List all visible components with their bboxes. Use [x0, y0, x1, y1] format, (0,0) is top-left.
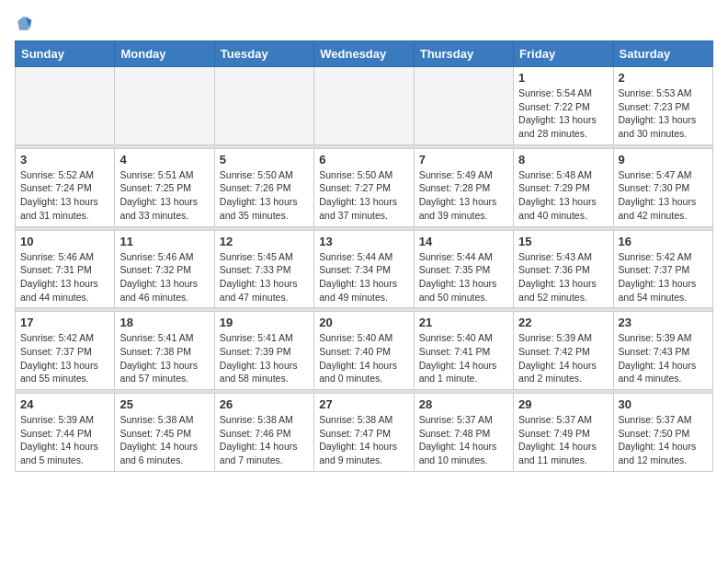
- day-number: 1: [518, 71, 608, 85]
- day-info: Sunrise: 5:38 AMSunset: 7:46 PMDaylight:…: [220, 413, 309, 467]
- logo-icon: [15, 15, 33, 33]
- calendar-cell: 29Sunrise: 5:37 AMSunset: 7:49 PMDayligh…: [514, 394, 613, 472]
- day-info: Sunrise: 5:42 AMSunset: 7:37 PMDaylight:…: [20, 331, 109, 385]
- calendar-cell: [414, 67, 513, 145]
- day-number: 7: [419, 153, 508, 167]
- calendar-cell: 28Sunrise: 5:37 AMSunset: 7:48 PMDayligh…: [414, 394, 513, 472]
- day-info: Sunrise: 5:47 AMSunset: 7:30 PMDaylight:…: [619, 168, 708, 223]
- day-info: Sunrise: 5:41 AMSunset: 7:38 PMDaylight:…: [119, 331, 209, 385]
- calendar-cell: 7Sunrise: 5:49 AMSunset: 7:28 PMDaylight…: [414, 148, 513, 226]
- weekday-header-wednesday: Wednesday: [314, 41, 414, 67]
- day-info: Sunrise: 5:54 AMSunset: 7:22 PMDaylight:…: [518, 86, 608, 141]
- day-number: 28: [419, 397, 508, 411]
- day-number: 29: [518, 397, 608, 411]
- day-number: 13: [319, 235, 408, 248]
- day-number: 24: [20, 397, 109, 411]
- day-number: 17: [20, 316, 109, 329]
- day-number: 4: [119, 153, 209, 167]
- calendar-cell: 21Sunrise: 5:40 AMSunset: 7:41 PMDayligh…: [414, 312, 513, 390]
- day-number: 12: [220, 235, 309, 248]
- day-info: Sunrise: 5:39 AMSunset: 7:44 PMDaylight:…: [20, 413, 109, 467]
- day-number: 16: [619, 235, 708, 248]
- calendar-cell: 17Sunrise: 5:42 AMSunset: 7:37 PMDayligh…: [16, 312, 115, 390]
- day-info: Sunrise: 5:40 AMSunset: 7:40 PMDaylight:…: [319, 331, 408, 385]
- day-number: 18: [119, 316, 209, 329]
- calendar-cell: [115, 67, 214, 145]
- calendar-cell: 4Sunrise: 5:51 AMSunset: 7:25 PMDaylight…: [115, 148, 214, 226]
- calendar-cell: 1Sunrise: 5:54 AMSunset: 7:22 PMDaylight…: [514, 67, 613, 145]
- calendar-row: 10Sunrise: 5:46 AMSunset: 7:31 PMDayligh…: [16, 230, 713, 308]
- day-info: Sunrise: 5:39 AMSunset: 7:42 PMDaylight:…: [518, 331, 608, 385]
- calendar-cell: 11Sunrise: 5:46 AMSunset: 7:32 PMDayligh…: [115, 230, 214, 308]
- calendar-row: 3Sunrise: 5:52 AMSunset: 7:24 PMDaylight…: [16, 148, 713, 226]
- calendar-cell: 14Sunrise: 5:44 AMSunset: 7:35 PMDayligh…: [414, 230, 513, 308]
- day-number: 27: [319, 397, 408, 411]
- calendar-cell: 16Sunrise: 5:42 AMSunset: 7:37 PMDayligh…: [613, 230, 712, 308]
- weekday-header-friday: Friday: [514, 41, 613, 67]
- day-info: Sunrise: 5:38 AMSunset: 7:45 PMDaylight:…: [119, 413, 209, 467]
- calendar-row: 1Sunrise: 5:54 AMSunset: 7:22 PMDaylight…: [16, 67, 713, 145]
- header: [15, 15, 713, 33]
- calendar-cell: 15Sunrise: 5:43 AMSunset: 7:36 PMDayligh…: [514, 230, 613, 308]
- calendar-cell: 10Sunrise: 5:46 AMSunset: 7:31 PMDayligh…: [16, 230, 115, 308]
- day-info: Sunrise: 5:39 AMSunset: 7:43 PMDaylight:…: [619, 331, 708, 385]
- calendar-cell: 6Sunrise: 5:50 AMSunset: 7:27 PMDaylight…: [314, 148, 414, 226]
- calendar-cell: 26Sunrise: 5:38 AMSunset: 7:46 PMDayligh…: [214, 394, 313, 472]
- day-number: 19: [220, 316, 309, 329]
- day-number: 14: [419, 235, 508, 248]
- day-info: Sunrise: 5:53 AMSunset: 7:23 PMDaylight:…: [619, 86, 708, 141]
- calendar-cell: 24Sunrise: 5:39 AMSunset: 7:44 PMDayligh…: [16, 394, 115, 472]
- calendar-row: 17Sunrise: 5:42 AMSunset: 7:37 PMDayligh…: [16, 312, 713, 390]
- day-info: Sunrise: 5:41 AMSunset: 7:39 PMDaylight:…: [220, 331, 309, 385]
- calendar-row: 24Sunrise: 5:39 AMSunset: 7:44 PMDayligh…: [16, 394, 713, 472]
- day-number: 9: [619, 153, 708, 167]
- day-number: 3: [20, 153, 109, 167]
- day-info: Sunrise: 5:37 AMSunset: 7:48 PMDaylight:…: [419, 413, 508, 467]
- weekday-header-saturday: Saturday: [613, 41, 712, 67]
- day-number: 25: [119, 397, 209, 411]
- day-number: 15: [518, 235, 608, 248]
- weekday-header-thursday: Thursday: [414, 41, 513, 67]
- day-info: Sunrise: 5:44 AMSunset: 7:34 PMDaylight:…: [319, 250, 408, 304]
- day-number: 23: [619, 316, 708, 329]
- day-number: 22: [518, 316, 608, 329]
- day-number: 5: [220, 153, 309, 167]
- calendar-cell: 5Sunrise: 5:50 AMSunset: 7:26 PMDaylight…: [214, 148, 313, 226]
- day-info: Sunrise: 5:51 AMSunset: 7:25 PMDaylight:…: [119, 168, 209, 223]
- day-number: 21: [419, 316, 508, 329]
- calendar-cell: 22Sunrise: 5:39 AMSunset: 7:42 PMDayligh…: [514, 312, 613, 390]
- day-number: 11: [119, 235, 209, 248]
- calendar-cell: 23Sunrise: 5:39 AMSunset: 7:43 PMDayligh…: [613, 312, 712, 390]
- day-info: Sunrise: 5:38 AMSunset: 7:47 PMDaylight:…: [319, 413, 408, 467]
- day-number: 10: [20, 235, 109, 248]
- day-info: Sunrise: 5:44 AMSunset: 7:35 PMDaylight:…: [419, 250, 508, 304]
- day-number: 20: [319, 316, 408, 329]
- calendar-cell: 20Sunrise: 5:40 AMSunset: 7:40 PMDayligh…: [314, 312, 414, 390]
- logo: [15, 15, 37, 33]
- weekday-header-sunday: Sunday: [16, 41, 115, 67]
- weekday-header-tuesday: Tuesday: [214, 41, 313, 67]
- day-info: Sunrise: 5:46 AMSunset: 7:32 PMDaylight:…: [119, 250, 209, 304]
- day-info: Sunrise: 5:49 AMSunset: 7:28 PMDaylight:…: [419, 168, 508, 223]
- calendar-cell: 18Sunrise: 5:41 AMSunset: 7:38 PMDayligh…: [115, 312, 214, 390]
- calendar: SundayMondayTuesdayWednesdayThursdayFrid…: [15, 40, 713, 472]
- calendar-cell: 9Sunrise: 5:47 AMSunset: 7:30 PMDaylight…: [613, 148, 712, 226]
- calendar-cell: [214, 67, 313, 145]
- day-number: 30: [619, 397, 708, 411]
- calendar-cell: [16, 67, 115, 145]
- calendar-cell: 13Sunrise: 5:44 AMSunset: 7:34 PMDayligh…: [314, 230, 414, 308]
- weekday-header-monday: Monday: [115, 41, 214, 67]
- calendar-cell: 25Sunrise: 5:38 AMSunset: 7:45 PMDayligh…: [115, 394, 214, 472]
- calendar-cell: 2Sunrise: 5:53 AMSunset: 7:23 PMDaylight…: [613, 67, 712, 145]
- calendar-cell: 27Sunrise: 5:38 AMSunset: 7:47 PMDayligh…: [314, 394, 414, 472]
- calendar-cell: 12Sunrise: 5:45 AMSunset: 7:33 PMDayligh…: [214, 230, 313, 308]
- day-info: Sunrise: 5:40 AMSunset: 7:41 PMDaylight:…: [419, 331, 508, 385]
- day-number: 6: [319, 153, 408, 167]
- day-info: Sunrise: 5:37 AMSunset: 7:49 PMDaylight:…: [518, 413, 608, 467]
- day-info: Sunrise: 5:52 AMSunset: 7:24 PMDaylight:…: [20, 168, 109, 223]
- day-info: Sunrise: 5:43 AMSunset: 7:36 PMDaylight:…: [518, 250, 608, 304]
- day-info: Sunrise: 5:45 AMSunset: 7:33 PMDaylight:…: [220, 250, 309, 304]
- calendar-cell: 8Sunrise: 5:48 AMSunset: 7:29 PMDaylight…: [514, 148, 613, 226]
- calendar-cell: 30Sunrise: 5:37 AMSunset: 7:50 PMDayligh…: [613, 394, 712, 472]
- day-info: Sunrise: 5:50 AMSunset: 7:26 PMDaylight:…: [220, 168, 309, 223]
